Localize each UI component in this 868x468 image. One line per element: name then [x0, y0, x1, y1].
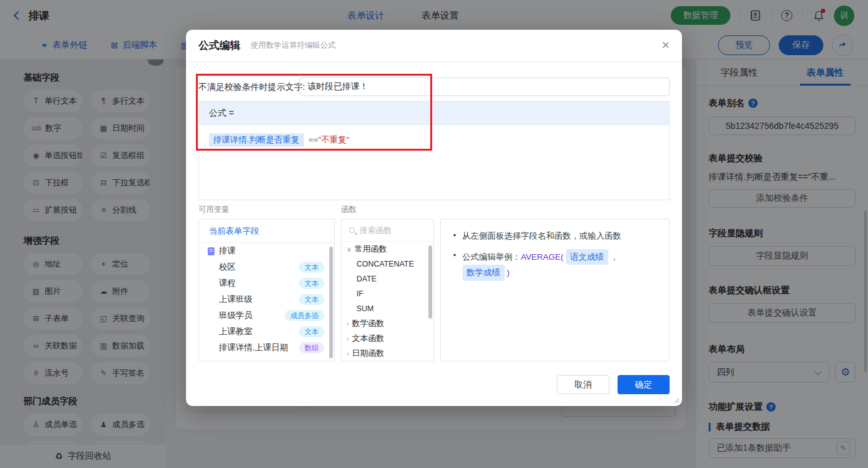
function-name-token: AVERAGE(: [521, 252, 564, 262]
function-group-date[interactable]: ›日期函数: [342, 346, 433, 361]
field-token[interactable]: 排课详情.判断是否重复: [209, 133, 304, 147]
form-doc-icon: [208, 247, 215, 255]
confirm-button[interactable]: 确定: [618, 375, 670, 394]
resize-handle[interactable]: [672, 396, 680, 404]
hint-line-1: •从左侧面板选择字段名和函数，或输入函数: [453, 229, 657, 243]
modal-subtitle: 使用数学运算符编辑公式: [250, 40, 336, 51]
type-badge: 文本: [299, 262, 324, 273]
formula-editor[interactable]: 公式 = 排课详情.判断是否重复 =="不重复": [198, 101, 670, 200]
functions-panel: 搜索函数 ∨常用函数 CONCATENATE DATE IF SUM ›数学函数…: [341, 219, 434, 361]
tip-text-label: 不满足校验条件时提示文字:: [198, 82, 305, 93]
function-group-text[interactable]: ›文本函数: [342, 331, 433, 346]
type-badge: 数组: [299, 342, 324, 353]
variable-row[interactable]: 校区文本: [199, 259, 334, 275]
variable-row[interactable]: 课程文本: [199, 275, 334, 291]
field-token: 语文成绩: [566, 249, 608, 265]
variable-row[interactable]: 上课班级文本: [199, 291, 334, 307]
chevron-right-icon: ›: [347, 320, 349, 327]
field-token: 数学成绩: [463, 265, 505, 281]
search-icon: [349, 227, 355, 233]
function-group-common[interactable]: ∨常用函数: [342, 242, 433, 257]
modal-header: 公式编辑 使用数学运算符编辑公式 ×: [186, 30, 682, 62]
formula-expression[interactable]: 排课详情.判断是否重复 =="不重复": [199, 125, 669, 155]
variables-scrollbar[interactable]: [329, 247, 333, 358]
functions-section-label: 函数: [341, 205, 356, 215]
type-badge: 文本: [299, 278, 324, 289]
variable-row[interactable]: 排课详情.上课日期数组: [199, 340, 334, 356]
variable-root-row[interactable]: 排课: [199, 243, 334, 259]
current-form-fields-tab[interactable]: 当前表单字段: [199, 219, 334, 243]
chevron-down-icon: ∨: [347, 245, 352, 254]
function-group-math[interactable]: ›数学函数: [342, 316, 433, 331]
operator-token: ==: [309, 135, 319, 144]
functions-scrollbar[interactable]: [428, 245, 432, 319]
modal-title: 公式编辑: [198, 38, 241, 53]
formula-prefix: 公式 =: [199, 102, 669, 125]
string-token: "不重复": [318, 135, 349, 144]
chevron-right-icon: ›: [347, 350, 349, 357]
formula-editor-modal: 公式编辑 使用数学运算符编辑公式 × 不满足校验条件时提示文字: 该时段已排课！…: [186, 30, 682, 406]
variables-panel: 当前表单字段 排课 校区文本 课程文本 上课班级文本 班级学员成员多选 上课教室…: [198, 219, 335, 361]
cancel-button[interactable]: 取消: [557, 375, 609, 394]
search-placeholder: 搜索函数: [360, 225, 392, 236]
hints-panel: •从左侧面板选择字段名和函数，或输入函数 • 公式编辑举例：AVERAGE( 语…: [440, 219, 670, 361]
function-item[interactable]: IF: [342, 286, 433, 301]
app-screen: 排课 表单设计 表单设置 数据管理 ? 训 ⚭ 表单外链 ⊠: [0, 0, 868, 468]
type-badge: 文本: [299, 326, 324, 337]
chevron-right-icon: ›: [347, 335, 349, 342]
type-badge: 文本: [299, 294, 324, 305]
variable-row[interactable]: 上课教室文本: [199, 324, 334, 340]
close-icon[interactable]: ×: [662, 38, 670, 52]
tip-text-input[interactable]: 该时段已排课！: [299, 77, 670, 96]
function-item[interactable]: DATE: [342, 272, 433, 286]
variable-row[interactable]: 班级学员成员多选: [199, 307, 334, 324]
type-badge: 成员多选: [285, 310, 324, 321]
variables-section-label: 可用变量: [198, 205, 229, 215]
function-search[interactable]: 搜索函数: [342, 219, 433, 242]
function-item[interactable]: SUM: [342, 301, 433, 316]
function-item[interactable]: CONCATENATE: [342, 257, 433, 272]
hint-line-2: • 公式编辑举例：AVERAGE( 语文成绩 ， 数学成绩 ): [453, 249, 657, 281]
